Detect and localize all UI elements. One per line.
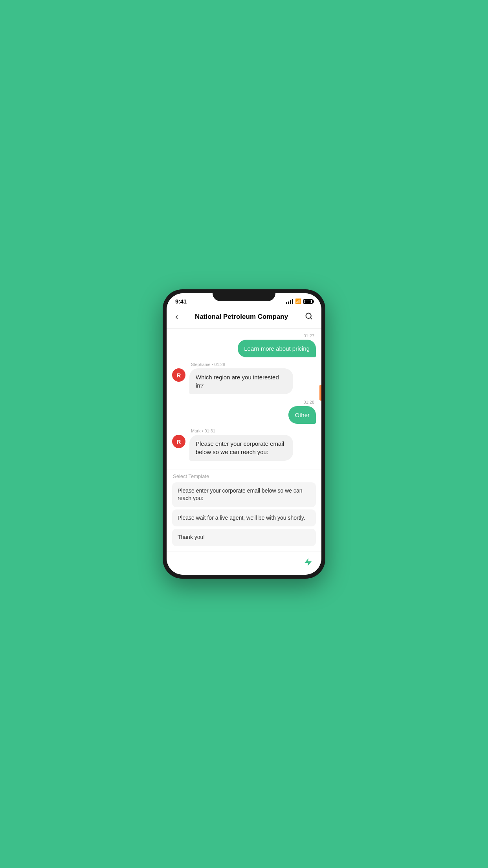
bottom-bar (167, 552, 321, 575)
chat-area: 01:27 Learn more about pricing Stephanie… (167, 329, 321, 469)
wifi-icon: 📶 (295, 298, 301, 304)
template-item-1[interactable]: Please enter your corporate email below … (172, 482, 316, 507)
svg-marker-2 (305, 558, 312, 566)
search-button[interactable] (303, 311, 314, 324)
phone-frame: 9:41 📶 ‹ National Petroleum Company (163, 289, 325, 579)
message-in-2: R Which region are you interested in? (172, 368, 316, 394)
message-in-4: R Please enter your corporate email belo… (172, 435, 316, 461)
sender-name-4: Mark (191, 428, 200, 433)
lightning-button[interactable] (301, 555, 315, 569)
orange-accent-bar (319, 385, 321, 401)
bubble-text-1: Learn more about pricing (238, 340, 316, 357)
avatar-2: R (172, 368, 185, 382)
message-out-3: Other (172, 406, 316, 424)
status-time: 9:41 (175, 298, 187, 305)
template-item-3[interactable]: Thank you! (172, 529, 316, 546)
status-icons: 📶 (286, 298, 313, 304)
template-section: Select Template Please enter your corpor… (167, 469, 321, 552)
battery-icon (303, 299, 313, 304)
back-button[interactable]: ‹ (174, 310, 180, 324)
timestamp-3: 01:28 (172, 400, 316, 405)
bubble-text-4: Please enter your corporate email below … (189, 435, 293, 461)
chat-header: ‹ National Petroleum Company (167, 307, 321, 329)
sender-name-2: Stephanie (191, 362, 211, 367)
template-label: Select Template (172, 473, 316, 479)
signal-icon (286, 299, 293, 304)
sender-timestamp-4: Mark • 01:31 (172, 428, 316, 433)
bubble-text-2: Which region are you interested in? (189, 368, 293, 394)
phone-screen: 9:41 📶 ‹ National Petroleum Company (167, 293, 321, 575)
timestamp-4: 01:31 (204, 428, 215, 433)
lightning-icon (303, 557, 313, 567)
timestamp-2: 01:28 (215, 362, 226, 367)
bubble-text-3: Other (288, 406, 316, 424)
notch (213, 289, 275, 301)
sender-timestamp-2: Stephanie • 01:28 (172, 362, 316, 367)
svg-line-1 (310, 317, 312, 319)
message-out-1: Learn more about pricing (172, 340, 316, 357)
template-item-2[interactable]: Please wait for a live agent, we'll be w… (172, 509, 316, 527)
chat-title: National Petroleum Company (195, 313, 288, 321)
avatar-4: R (172, 435, 185, 448)
timestamp-1: 01:27 (172, 333, 316, 338)
